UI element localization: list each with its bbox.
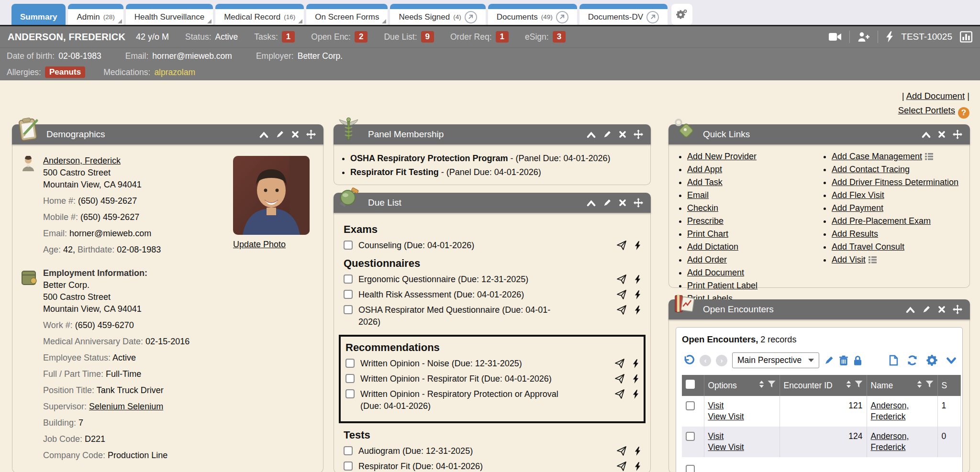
row-checkbox[interactable] xyxy=(686,465,695,472)
edit-icon[interactable] xyxy=(276,130,284,139)
quick-complete-bolt-icon[interactable] xyxy=(635,462,641,471)
send-icon[interactable] xyxy=(616,240,627,251)
open-encounters-header[interactable]: Open Encounters xyxy=(668,299,970,319)
column-name[interactable]: Name xyxy=(867,375,937,396)
tab-settings-button[interactable] xyxy=(671,4,692,25)
edit-icon[interactable] xyxy=(922,305,931,314)
perspective-select[interactable]: Main Perspective xyxy=(732,352,819,368)
quick-link[interactable]: Add Appt xyxy=(687,165,722,174)
patient-name-link[interactable]: Anderson, Frederick xyxy=(871,401,909,421)
sort-icon[interactable] xyxy=(916,380,923,391)
collapse-icon[interactable] xyxy=(587,131,596,138)
video-call-icon[interactable] xyxy=(828,32,842,42)
due-item-checkbox[interactable] xyxy=(344,305,353,314)
quick-link[interactable]: Email xyxy=(687,190,709,200)
quick-complete-bolt-icon[interactable] xyxy=(635,275,641,284)
external-link-icon[interactable] xyxy=(465,11,477,23)
row-checkbox[interactable] xyxy=(686,432,695,441)
view-visit-link[interactable]: View Visit xyxy=(708,442,744,452)
flowsheet-chart-icon[interactable] xyxy=(960,31,972,43)
quick-complete-bolt-icon[interactable] xyxy=(633,390,639,399)
quick-link[interactable]: Checkin xyxy=(687,203,718,213)
quick-link[interactable]: Add Dictation xyxy=(687,242,738,252)
due-item-checkbox[interactable] xyxy=(345,359,355,368)
send-icon[interactable] xyxy=(614,358,625,369)
quick-action-bolt-icon[interactable] xyxy=(886,31,893,43)
edit-icon[interactable] xyxy=(603,198,612,207)
send-icon[interactable] xyxy=(616,274,627,285)
tab-on-screen-forms[interactable]: On Screen Forms xyxy=(306,4,388,25)
refresh-icon[interactable] xyxy=(907,355,918,366)
tab-admin[interactable]: Admin(28) xyxy=(68,4,123,25)
medication-value[interactable]: alprazolam xyxy=(154,67,195,77)
tab-medical-record[interactable]: Medical Record(16) xyxy=(215,4,304,25)
tab-health-surveillance[interactable]: Health Surveillance xyxy=(126,4,213,25)
close-icon[interactable] xyxy=(938,306,946,313)
quick-link[interactable]: Print Patient Label xyxy=(687,281,757,290)
allergy-badge[interactable]: Peanuts xyxy=(45,66,85,78)
edit-icon[interactable] xyxy=(603,130,612,139)
quick-link[interactable]: Add Order xyxy=(687,255,727,264)
tab-needs-signed[interactable]: Needs Signed(4) xyxy=(390,4,485,25)
quick-link[interactable]: Print Chart xyxy=(687,229,728,239)
update-photo-link[interactable]: Update Photo xyxy=(233,240,286,250)
quick-complete-bolt-icon[interactable] xyxy=(635,290,641,299)
list-view-icon[interactable] xyxy=(925,153,933,160)
filter-icon[interactable] xyxy=(768,381,776,391)
due-item-checkbox[interactable] xyxy=(344,290,353,299)
visit-link[interactable]: Visit xyxy=(708,401,724,410)
collapse-icon[interactable] xyxy=(906,306,915,313)
due-list-counter[interactable]: Due List:9 xyxy=(384,31,434,43)
settings-gear-icon[interactable] xyxy=(926,355,937,366)
quick-link[interactable]: Add Case Management xyxy=(832,152,922,161)
quick-link[interactable]: Add New Provider xyxy=(687,152,757,161)
close-icon[interactable] xyxy=(619,131,626,138)
quick-link[interactable]: Prescribe xyxy=(687,216,724,226)
tab-summary[interactable]: Summary xyxy=(11,4,66,25)
supervisor-link[interactable]: Selenium Selenium xyxy=(89,402,163,411)
close-icon[interactable] xyxy=(291,131,299,138)
new-document-icon[interactable] xyxy=(889,355,898,366)
quick-link[interactable]: Add Visit xyxy=(832,255,866,264)
move-icon[interactable] xyxy=(953,305,962,314)
send-icon[interactable] xyxy=(616,289,627,300)
close-icon[interactable] xyxy=(619,199,626,207)
quick-complete-bolt-icon[interactable] xyxy=(635,306,641,315)
move-icon[interactable] xyxy=(634,198,643,208)
reset-icon[interactable] xyxy=(683,354,695,366)
collapse-icon[interactable] xyxy=(259,131,268,138)
list-view-icon[interactable] xyxy=(869,256,877,263)
quick-link[interactable]: Add Task xyxy=(687,177,723,187)
expand-chevron-icon[interactable] xyxy=(946,357,957,364)
quick-link[interactable]: Add Driver Fitness Determination xyxy=(832,177,958,187)
send-icon[interactable] xyxy=(616,446,627,456)
open-enc-counter[interactable]: Open Enc:2 xyxy=(311,31,368,43)
lock-icon[interactable] xyxy=(853,355,862,366)
filter-icon[interactable] xyxy=(855,381,863,391)
sort-icon[interactable] xyxy=(758,380,765,391)
collapse-icon[interactable] xyxy=(587,199,596,207)
send-icon[interactable] xyxy=(614,389,625,399)
select-all-checkbox[interactable] xyxy=(686,380,695,389)
esign-counter[interactable]: eSign:3 xyxy=(525,31,566,43)
collapse-icon[interactable] xyxy=(922,131,931,138)
due-item-checkbox[interactable] xyxy=(344,446,353,455)
due-item-checkbox[interactable] xyxy=(345,374,355,383)
move-icon[interactable] xyxy=(306,130,316,139)
visit-link[interactable]: Visit xyxy=(708,431,724,441)
column-clipped[interactable]: S xyxy=(937,375,960,396)
external-link-icon[interactable] xyxy=(646,11,659,23)
row-checkbox[interactable] xyxy=(686,401,695,410)
external-link-icon[interactable] xyxy=(556,11,568,23)
prev-page-icon[interactable]: ‹ xyxy=(700,355,711,366)
quick-complete-bolt-icon[interactable] xyxy=(635,241,641,250)
tab-documents[interactable]: Documents(49) xyxy=(488,4,577,25)
column-options[interactable]: Options xyxy=(704,375,780,396)
filter-icon[interactable] xyxy=(925,381,934,391)
patient-name-link[interactable]: Anderson, Frederick xyxy=(43,156,121,165)
quick-link[interactable]: Add Flex Visit xyxy=(832,190,884,200)
move-icon[interactable] xyxy=(634,130,643,139)
order-req-counter[interactable]: Order Req:1 xyxy=(450,31,509,43)
due-item-checkbox[interactable] xyxy=(345,389,355,398)
delete-icon[interactable] xyxy=(839,355,848,366)
